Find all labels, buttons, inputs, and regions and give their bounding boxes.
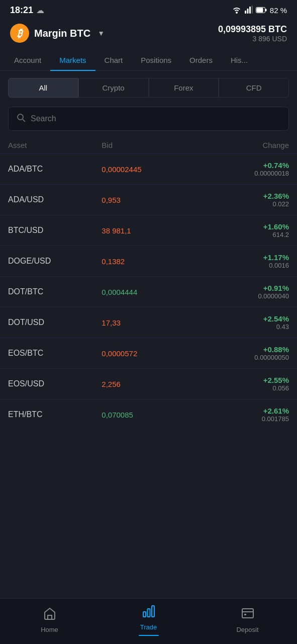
cloud-icon: ☁ <box>36 6 44 15</box>
change-abs: 0.022 <box>195 200 289 208</box>
bid-value: 0,070085 <box>102 411 195 419</box>
change-col: +2.55% 0.056 <box>195 376 289 392</box>
nav-active-indicator <box>139 635 159 636</box>
search-box <box>8 107 289 131</box>
tab-orders[interactable]: Orders <box>180 50 222 70</box>
asset-row[interactable]: BTC/USD 38 981,1 +1.60% 614.2 <box>0 215 297 246</box>
balance-usd: 3 896 USD <box>218 35 287 43</box>
asset-row[interactable]: EOS/BTC 0,0000572 +0.88% 0.00000050 <box>0 338 297 368</box>
change-pct: +2.61% <box>195 407 289 415</box>
nav-deposit[interactable]: Deposit <box>198 606 297 633</box>
filter-cfd[interactable]: CFD <box>219 78 289 98</box>
asset-list: ADA/BTC 0,00002445 +0.74% 0.00000018 ADA… <box>0 153 297 430</box>
dropdown-arrow-icon: ▼ <box>97 29 105 37</box>
wifi-icon <box>232 6 242 15</box>
filter-crypto[interactable]: Crypto <box>78 78 149 98</box>
change-abs: 0.0000040 <box>195 292 289 300</box>
nav-trade[interactable]: Trade <box>99 604 198 636</box>
svg-rect-9 <box>143 612 146 617</box>
battery-icon <box>256 6 267 15</box>
change-pct: +2.54% <box>195 314 289 323</box>
asset-name: BTC/USD <box>8 226 102 235</box>
svg-rect-6 <box>256 8 263 13</box>
change-pct: +2.55% <box>195 376 289 384</box>
col-header-change: Change <box>195 141 289 149</box>
svg-rect-2 <box>249 7 251 14</box>
change-col: +2.36% 0.022 <box>195 192 289 208</box>
change-col: +0.74% 0.00000018 <box>195 161 289 177</box>
bid-value: 17,33 <box>102 318 195 327</box>
change-col: +2.54% 0.43 <box>195 314 289 331</box>
signal-icon <box>245 6 253 15</box>
asset-row[interactable]: EOS/USD 2,256 +2.55% 0.056 <box>0 368 297 399</box>
svg-rect-14 <box>244 614 246 615</box>
battery-percent: 82 % <box>270 6 287 15</box>
asset-name: ADA/USD <box>8 195 102 204</box>
nav-deposit-label: Deposit <box>236 626 258 633</box>
asset-row[interactable]: ADA/USD 0,953 +2.36% 0.022 <box>0 184 297 215</box>
asset-row[interactable]: ETH/BTC 0,070085 +2.61% 0.001785 <box>0 399 297 430</box>
search-container <box>0 105 297 137</box>
table-header: Asset Bid Change <box>0 137 297 153</box>
svg-rect-0 <box>245 11 246 14</box>
bid-value: 0,0004444 <box>102 288 195 296</box>
change-pct: +0.74% <box>195 161 289 170</box>
asset-row[interactable]: DOT/USD 17,33 +2.54% 0.43 <box>0 307 297 338</box>
asset-name: EOS/BTC <box>8 349 102 358</box>
filter-all[interactable]: All <box>8 78 78 98</box>
tab-markets[interactable]: Markets <box>50 50 95 70</box>
change-pct: +0.88% <box>195 345 289 354</box>
btc-logo: ₿ <box>10 24 29 43</box>
nav-tabs: Account Markets Chart Positions Orders H… <box>0 50 297 71</box>
tab-history[interactable]: His... <box>222 50 257 70</box>
change-abs: 0.056 <box>195 384 289 392</box>
change-pct: +2.36% <box>195 192 289 200</box>
status-icons: 82 % <box>232 6 287 15</box>
bottom-nav: Home Trade Deposit <box>0 598 297 644</box>
asset-name: DOGE/USD <box>8 257 102 266</box>
account-selector[interactable]: ₿ Margin BTC ▼ <box>10 24 105 43</box>
svg-line-8 <box>23 119 25 122</box>
tab-account[interactable]: Account <box>5 50 50 70</box>
home-icon <box>43 606 57 624</box>
change-col: +0.91% 0.0000040 <box>195 284 289 300</box>
change-col: +2.61% 0.001785 <box>195 407 289 423</box>
filter-forex[interactable]: Forex <box>149 78 219 98</box>
balance-display: 0,09993895 BTC 3 896 USD <box>218 24 287 43</box>
svg-rect-5 <box>265 9 267 12</box>
balance-btc: 0,09993895 BTC <box>218 24 287 35</box>
asset-name: DOT/USD <box>8 318 102 327</box>
search-input[interactable] <box>31 114 280 123</box>
svg-rect-10 <box>147 609 150 617</box>
change-abs: 0.0016 <box>195 262 289 269</box>
asset-row[interactable]: ADA/BTC 0,00002445 +0.74% 0.00000018 <box>0 153 297 184</box>
svg-point-7 <box>18 114 23 120</box>
asset-name: ADA/BTC <box>8 165 102 174</box>
header: ₿ Margin BTC ▼ 0,09993895 BTC 3 896 USD <box>0 19 297 50</box>
change-abs: 0.43 <box>195 323 289 331</box>
tab-chart[interactable]: Chart <box>95 50 132 70</box>
change-pct: +1.60% <box>195 222 289 231</box>
nav-trade-label: Trade <box>140 623 157 631</box>
bid-value: 2,256 <box>102 380 195 388</box>
change-col: +1.17% 0.0016 <box>195 253 289 269</box>
svg-rect-12 <box>242 609 253 618</box>
asset-name: EOS/USD <box>8 379 102 388</box>
nav-home-label: Home <box>41 626 58 633</box>
svg-rect-11 <box>152 606 154 617</box>
change-pct: +1.17% <box>195 253 289 262</box>
asset-name: DOT/BTC <box>8 287 102 296</box>
col-header-bid: Bid <box>102 141 195 149</box>
deposit-icon <box>241 606 255 624</box>
bid-value: 0,00002445 <box>102 165 195 174</box>
change-abs: 614.2 <box>195 231 289 238</box>
bid-value: 0,1382 <box>102 257 195 266</box>
bid-value: 0,0000572 <box>102 349 195 358</box>
svg-rect-1 <box>247 9 248 14</box>
asset-row[interactable]: DOGE/USD 0,1382 +1.17% 0.0016 <box>0 246 297 276</box>
tab-positions[interactable]: Positions <box>132 50 180 70</box>
change-abs: 0.00000050 <box>195 354 289 361</box>
change-pct: +0.91% <box>195 284 289 292</box>
nav-home[interactable]: Home <box>0 606 99 633</box>
asset-row[interactable]: DOT/BTC 0,0004444 +0.91% 0.0000040 <box>0 276 297 307</box>
